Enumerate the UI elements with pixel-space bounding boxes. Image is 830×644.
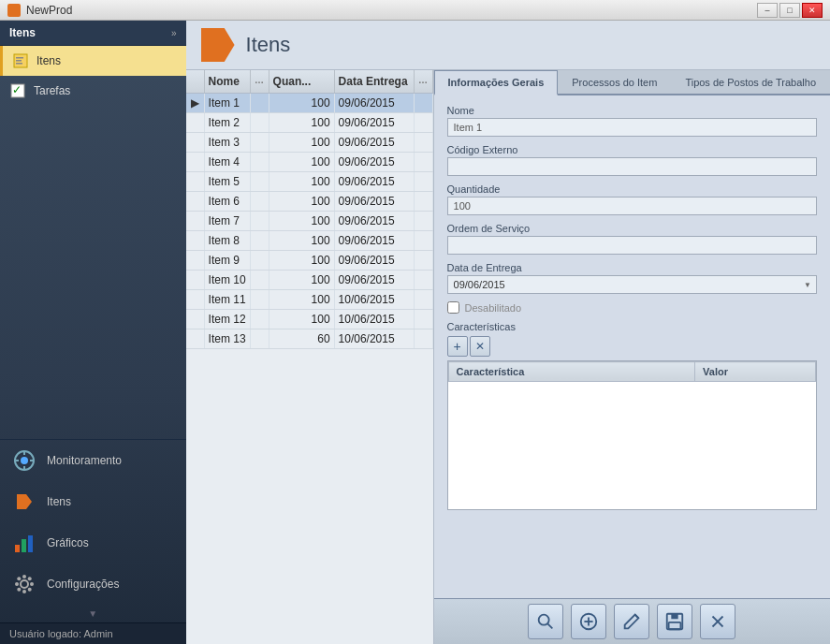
sidebar-collapse-button[interactable]: » [171,28,177,38]
input-ordem[interactable] [447,236,817,255]
sidebar-item-tarefas[interactable]: ✓ Tarefas [0,76,186,106]
save-button[interactable] [657,604,692,639]
tarefas-icon: ✓ [9,82,26,99]
table-row[interactable]: Item 9 100 09/06/2015 [186,251,433,271]
table-header: Nome … Quan... Data Entrega … [186,70,433,94]
sidebar-nav-configuracoes[interactable]: Configurações [0,564,186,605]
tab-processos[interactable]: Processos do Item [558,70,671,94]
row-qty: 100 [269,172,335,191]
table-row[interactable]: Item 12 100 10/06/2015 [186,310,433,329]
sidebar-item-itens[interactable]: Itens [0,46,186,76]
table-row[interactable]: Item 11 100 10/06/2015 [186,290,433,310]
sidebar-item-tarefas-label: Tarefas [34,84,70,97]
row-name: Item 13 [205,329,251,348]
itens-nav-icon [13,490,36,513]
row-name: Item 11 [205,290,251,309]
table-row[interactable]: Item 8 100 09/06/2015 [186,231,433,251]
remove-characteristic-button[interactable]: ✕ [470,336,490,357]
row-arrow [186,231,205,250]
sidebar: Itens » Itens ✓ [0,21,186,644]
row-extra [415,231,433,250]
col-nome[interactable]: Nome [205,70,251,93]
table-row[interactable]: Item 13 60 10/06/2015 [186,329,433,349]
input-codigo[interactable] [447,157,817,176]
row-qty: 100 [269,133,335,152]
table-row[interactable]: Item 3 100 09/06/2015 [186,133,433,153]
row-arrow [186,172,205,191]
sidebar-nav-monitoramento[interactable]: Monitoramento [0,440,186,481]
search-button[interactable] [528,604,563,639]
sidebar-nav-itens[interactable]: Itens [0,481,186,522]
svg-point-20 [30,582,34,586]
graficos-icon [13,532,36,554]
select-wrapper-data: 09/06/2015 [447,275,817,294]
table-row[interactable]: Item 4 100 09/06/2015 [186,153,433,172]
row-qty: 100 [269,290,335,309]
row-date: 09/06/2015 [335,153,415,171]
delete-button[interactable] [700,604,735,639]
col-quantidade[interactable]: Quan... [269,70,335,93]
table-row[interactable]: Item 6 100 09/06/2015 [186,192,433,212]
row-dots [251,290,269,309]
row-name: Item 2 [205,113,251,132]
close-button[interactable]: ✕ [802,3,823,18]
svg-rect-1 [16,57,23,59]
minimize-button[interactable]: – [757,3,778,18]
label-data: Data de Entrega [447,262,817,273]
maximize-button[interactable]: □ [779,3,800,18]
table-row[interactable]: Item 5 100 09/06/2015 [186,172,433,192]
row-date: 09/06/2015 [335,172,415,191]
page-header: Itens [186,21,830,70]
table-row[interactable]: Item 10 100 09/06/2015 [186,271,433,290]
edit-button[interactable] [614,604,649,639]
app-container: Itens » Itens ✓ [0,21,830,644]
split-view: Nome … Quan... Data Entrega … ▶ Item 1 1… [186,70,830,644]
row-name: Item 12 [205,310,251,329]
row-date: 09/06/2015 [335,133,415,152]
svg-point-16 [21,580,28,588]
row-date: 09/06/2015 [335,271,415,289]
row-name: Item 5 [205,172,251,191]
row-arrow [186,310,205,329]
table-row[interactable]: Item 2 100 09/06/2015 [186,113,433,133]
form-group-quantidade: Quantidade [447,183,817,215]
row-qty: 100 [269,113,335,132]
add-button[interactable] [571,604,606,639]
input-nome[interactable] [447,118,817,137]
col-data[interactable]: Data Entrega [335,70,415,93]
sidebar-nav-graficos-label: Gráficos [47,536,89,549]
tabs: Informações Gerais Processos do Item Tip… [434,70,830,95]
window-controls[interactable]: – □ ✕ [757,3,823,18]
chars-controls: + ✕ [447,336,817,357]
add-characteristic-button[interactable]: + [447,336,468,357]
select-data[interactable]: 09/06/2015 [447,275,817,294]
itens-icon [12,52,29,69]
row-arrow [186,290,205,309]
chars-label: Características [447,321,817,332]
row-qty: 100 [269,212,335,230]
sidebar-scroll-indicator: ▼ [0,605,186,622]
sidebar-nav-graficos[interactable]: Gráficos [0,522,186,564]
row-date: 10/06/2015 [335,290,415,309]
tab-info-geral[interactable]: Informações Gerais [434,70,559,95]
svg-line-30 [635,615,639,619]
detail-panel: Informações Gerais Processos do Item Tip… [434,70,830,644]
row-dots [251,133,269,152]
table-row[interactable]: Item 7 100 09/06/2015 [186,212,433,231]
row-arrow [186,271,205,289]
input-quantidade[interactable] [447,197,817,215]
app-icon [7,4,21,17]
svg-line-26 [548,623,553,628]
row-extra [415,212,433,230]
svg-rect-33 [669,622,681,629]
checkbox-row-disabled: Desabilitado [447,301,817,314]
tab-tipos-postos[interactable]: Tipos de Postos de Trabalho [671,70,830,94]
checkbox-disabled[interactable] [447,301,459,314]
row-name: Item 4 [205,153,251,171]
table-row[interactable]: ▶ Item 1 100 09/06/2015 [186,94,433,113]
col-dots2: … [415,70,433,93]
svg-point-22 [28,588,32,592]
row-dots [251,172,269,191]
row-name: Item 3 [205,133,251,152]
label-codigo: Código Externo [447,144,817,155]
